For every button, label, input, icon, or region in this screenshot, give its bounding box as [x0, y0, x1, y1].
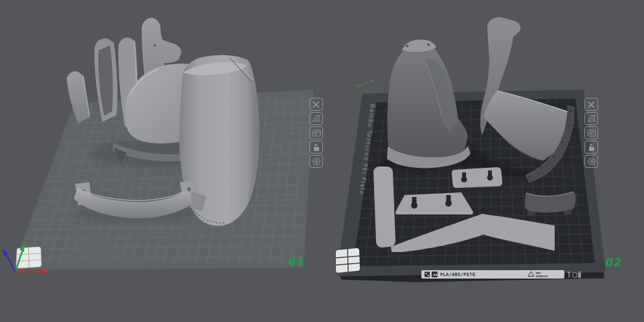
plate-settings-button[interactable] [584, 155, 598, 168]
model-strap-pad[interactable] [373, 167, 395, 247]
clean-plate-icon [587, 115, 596, 123]
lock-plate-icon [313, 143, 320, 152]
plate-2-number: 02 [605, 256, 621, 269]
clean-plate-icon [312, 115, 321, 123]
delete-plate-button[interactable] [309, 98, 323, 111]
model-mount-plate-a[interactable] [395, 192, 473, 214]
plate-1-toolbar [309, 98, 323, 168]
plate-2-logo-grid [336, 248, 360, 273]
clean-plate-button[interactable] [584, 112, 598, 125]
plate-settings-icon [587, 157, 596, 166]
delete-plate-icon [312, 100, 320, 109]
build-plate-2[interactable]: Bambu Textured PEI Plate [336, 17, 621, 281]
lock-plate-icon [588, 143, 595, 152]
model-mount-plate-b[interactable] [452, 167, 502, 188]
brand-logo-icon [432, 271, 438, 277]
plate-1-number: 01 [287, 255, 304, 268]
qr-code-icon [425, 272, 430, 277]
lock-plate-button[interactable] [584, 141, 598, 154]
plate-2-toolbar [584, 98, 598, 168]
origin-marker [357, 80, 373, 87]
plate-2-front-label: PLA/ABS/PETG [440, 272, 475, 277]
plate-name-button[interactable] [309, 126, 323, 139]
plate-2-front-label-bar: PLA/ABS/PETG HOT SURFACE [421, 270, 581, 279]
hot-surface-label-line2: SURFACE [536, 275, 548, 278]
plate-settings-icon [312, 157, 321, 166]
clean-plate-button[interactable] [309, 112, 323, 125]
plate-name-icon [587, 129, 596, 137]
z-axis-arrow [6, 254, 16, 271]
build-plate-1[interactable]: 01 [3, 18, 312, 274]
plate-name-button[interactable] [584, 126, 598, 139]
plate-name-icon [312, 129, 321, 137]
hot-surface-label-line1: HOT [536, 271, 541, 275]
delete-plate-icon [587, 100, 595, 109]
plate-settings-button[interactable] [309, 155, 323, 168]
lock-plate-button[interactable] [309, 141, 323, 154]
delete-plate-button[interactable] [584, 98, 598, 111]
